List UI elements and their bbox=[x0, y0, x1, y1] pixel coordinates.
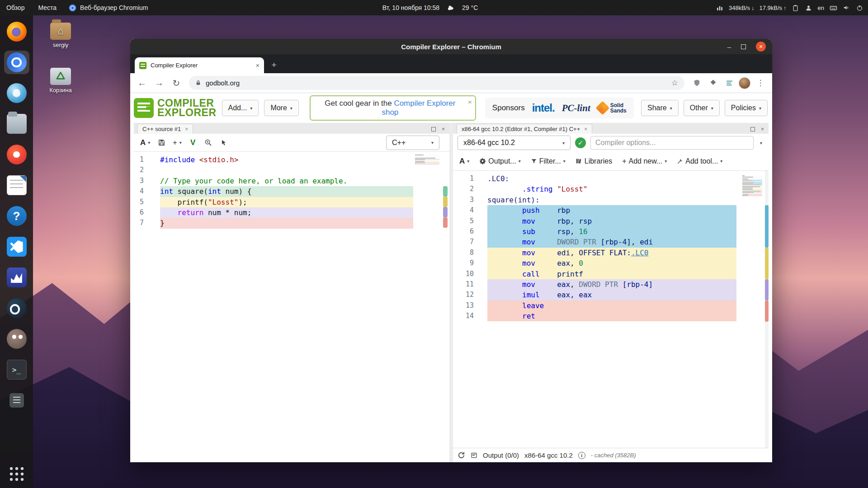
pane-close-icon[interactable]: × bbox=[761, 126, 764, 132]
dock-item-firefox[interactable] bbox=[4, 20, 29, 43]
back-button[interactable]: ← bbox=[135, 76, 149, 90]
add-menu-button[interactable]: Add...▾ bbox=[222, 100, 259, 116]
dock-item-media-player[interactable] bbox=[4, 143, 29, 166]
code-line-2[interactable]: 2 .string "Losst" bbox=[453, 184, 769, 194]
vim-mode-button[interactable]: V bbox=[186, 136, 200, 150]
reload-button[interactable]: ↻ bbox=[169, 76, 184, 90]
assembly-editor[interactable]: 1.LC0:2 .string "Losst"3square(int):4 pu… bbox=[453, 171, 769, 448]
pane-maximize-icon[interactable] bbox=[750, 127, 755, 131]
ad-close-icon[interactable]: × bbox=[468, 98, 472, 106]
dock-item-steam[interactable] bbox=[4, 296, 29, 320]
code-line-6[interactable]: 6 sub rsp, 16 bbox=[453, 226, 769, 237]
compiler-pane-tab[interactable]: x86-64 gcc 10.2 (Editor #1, Compiler #1)… bbox=[457, 124, 592, 134]
dock-item-vscode[interactable] bbox=[4, 235, 29, 258]
power-icon[interactable] bbox=[855, 4, 863, 12]
code-line-9[interactable]: 9 mov eax, 0 bbox=[453, 258, 769, 268]
code-line-8[interactable]: 8 mov edi, OFFSET FLAT:.LC0 bbox=[453, 248, 769, 258]
browser-tab[interactable]: Compiler Explorer × bbox=[135, 57, 264, 73]
compiler-options-input[interactable] bbox=[590, 136, 754, 150]
source-pane-tab[interactable]: C++ source #1 × bbox=[137, 124, 193, 134]
status-compiler-name[interactable]: x86-64 gcc 10.2 bbox=[524, 451, 573, 459]
more-menu-button[interactable]: More▾ bbox=[264, 100, 298, 116]
system-monitor-icon[interactable] bbox=[716, 4, 724, 12]
desktop-icon-home[interactable]: ⌂ sergiy bbox=[40, 23, 81, 48]
network-speed-down[interactable]: 348kB/s↓ bbox=[729, 5, 754, 11]
code-line-12[interactable]: 12 imul eax, eax bbox=[453, 290, 769, 300]
pane-close-icon[interactable]: × bbox=[185, 126, 188, 132]
dock-item-terminal[interactable] bbox=[4, 358, 29, 381]
code-line-3[interactable]: 3square(int): bbox=[453, 195, 769, 205]
font-size-button[interactable]: A▾ bbox=[137, 136, 153, 150]
code-line-7[interactable]: 7} bbox=[134, 218, 449, 228]
other-menu-button[interactable]: Other▾ bbox=[684, 100, 720, 116]
desktop-icon-trash[interactable]: Корзина bbox=[40, 68, 81, 94]
code-line-14[interactable]: 14 ret bbox=[453, 311, 769, 321]
code-line-2[interactable]: 2 bbox=[134, 165, 449, 175]
tab-close-icon[interactable]: × bbox=[256, 62, 259, 69]
dock-item-files[interactable] bbox=[4, 112, 29, 136]
address-bar[interactable]: godbolt.org ☆ bbox=[189, 76, 684, 90]
keyboard-layout-indicator[interactable]: en bbox=[818, 5, 824, 11]
source-minimap[interactable] bbox=[415, 155, 439, 165]
clipboard-indicator-icon[interactable] bbox=[792, 4, 800, 12]
dock-item-libreoffice[interactable] bbox=[4, 174, 29, 197]
output-log-icon[interactable] bbox=[471, 452, 477, 459]
libraries-button[interactable]: Libraries bbox=[573, 155, 615, 168]
compiler-select[interactable]: x86-64 gcc 10.2▾ bbox=[458, 136, 571, 150]
dock-item-tweaks[interactable] bbox=[4, 389, 29, 412]
forward-button[interactable]: → bbox=[152, 76, 166, 90]
code-line-6[interactable]: 6 return num * num; bbox=[134, 207, 449, 218]
show-applications-button[interactable] bbox=[9, 466, 24, 482]
pane-maximize-icon[interactable] bbox=[431, 127, 436, 131]
bookmark-star-icon[interactable]: ☆ bbox=[671, 78, 678, 88]
code-line-1[interactable]: 1.LC0: bbox=[453, 174, 769, 184]
activities-button[interactable]: Обзор bbox=[5, 3, 26, 12]
code-line-1[interactable]: 1#include <stdio.h> bbox=[134, 155, 449, 165]
share-menu-button[interactable]: Share▾ bbox=[641, 100, 679, 116]
network-speed-up[interactable]: 17.9kB/s↑ bbox=[759, 5, 786, 11]
assembly-minimap[interactable] bbox=[742, 175, 762, 197]
code-line-13[interactable]: 13 leave bbox=[453, 300, 769, 311]
info-icon[interactable]: i bbox=[578, 452, 585, 459]
minimize-button[interactable]: – bbox=[727, 43, 731, 50]
filter-menu-button[interactable]: Filter...▾ bbox=[528, 155, 568, 168]
save-icon[interactable] bbox=[155, 136, 168, 150]
media-list-extension-icon[interactable] bbox=[722, 76, 736, 90]
dock-item-help[interactable] bbox=[4, 204, 29, 228]
code-line-5[interactable]: 5 printf("Losst"); bbox=[134, 197, 449, 207]
output-menu-button[interactable]: Output...▾ bbox=[476, 155, 523, 168]
code-line-3[interactable]: 3// Type your code here, or load an exam… bbox=[134, 176, 449, 186]
source-editor[interactable]: 1#include <stdio.h>23// Type your code h… bbox=[134, 152, 449, 462]
pane-splitter[interactable] bbox=[449, 123, 453, 462]
code-line-7[interactable]: 7 mov DWORD PTR [rbp-4], edi bbox=[453, 237, 769, 247]
new-tab-button[interactable]: + bbox=[268, 59, 280, 71]
volume-icon[interactable] bbox=[842, 4, 850, 12]
keyboard-icon[interactable] bbox=[829, 4, 837, 12]
clock[interactable]: Вт, 10 ноября 10:58 bbox=[382, 4, 439, 11]
cursor-link-icon[interactable] bbox=[217, 136, 231, 150]
add-tool-button[interactable]: Add tool...▾ bbox=[674, 155, 725, 168]
code-line-4[interactable]: 4 push rbp bbox=[453, 205, 769, 216]
code-line-5[interactable]: 5 mov rbp, rsp bbox=[453, 216, 769, 226]
asm-font-size-button[interactable]: A▾ bbox=[457, 155, 472, 168]
code-line-11[interactable]: 11 mov eax, DWORD PTR [rbp-4] bbox=[453, 279, 769, 290]
dock-item-blue-orb[interactable] bbox=[4, 81, 29, 105]
options-dropdown-icon[interactable]: ▾ bbox=[758, 141, 764, 145]
focused-app-menu[interactable]: Веб-браузер Chromium bbox=[68, 4, 148, 12]
refresh-icon[interactable] bbox=[458, 451, 465, 459]
extensions-puzzle-icon[interactable] bbox=[706, 76, 720, 90]
policies-menu-button[interactable]: Policies▾ bbox=[725, 100, 768, 116]
language-select[interactable]: C++▾ bbox=[386, 136, 439, 150]
places-menu[interactable]: Места bbox=[36, 3, 58, 12]
dock-item-chromium[interactable] bbox=[4, 51, 29, 74]
adblock-extension-icon[interactable] bbox=[690, 76, 703, 90]
profile-avatar[interactable] bbox=[739, 77, 750, 89]
code-line-4[interactable]: 4int square(int num) { bbox=[134, 186, 449, 197]
temperature[interactable]: 29 °C bbox=[462, 4, 478, 11]
maximize-button[interactable] bbox=[741, 44, 746, 49]
window-titlebar[interactable]: Compiler Explorer – Chromium – × bbox=[130, 39, 772, 54]
url-text[interactable]: godbolt.org bbox=[206, 79, 667, 87]
code-line-10[interactable]: 10 call printf bbox=[453, 269, 769, 279]
pane-close-icon[interactable]: × bbox=[442, 126, 445, 132]
close-button[interactable]: × bbox=[756, 42, 766, 52]
